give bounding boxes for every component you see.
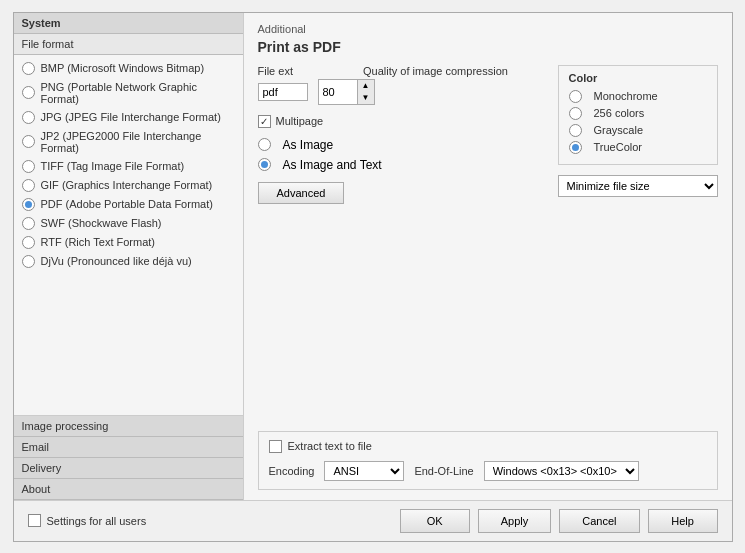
file-ext-input[interactable] bbox=[258, 83, 308, 101]
extract-section: Extract text to file Encoding ANSI UTF-8… bbox=[258, 431, 718, 490]
eol-label: End-Of-Line bbox=[414, 465, 473, 477]
left-content: File ext Quality of image compression ▲ … bbox=[258, 65, 542, 421]
radio-as-image[interactable] bbox=[258, 138, 271, 151]
input-row: ▲ ▼ bbox=[258, 79, 542, 105]
right-panel: Additional Print as PDF File ext Quality… bbox=[244, 13, 732, 500]
quality-label: Quality of image compression bbox=[363, 65, 508, 77]
quality-down-button[interactable]: ▼ bbox=[358, 92, 374, 104]
format-label-png: PNG (Portable Network Graphic Format) bbox=[41, 81, 235, 105]
format-item-png[interactable]: PNG (Portable Network Graphic Format) bbox=[14, 78, 243, 108]
cancel-button[interactable]: Cancel bbox=[559, 509, 639, 533]
color-label-grayscale: Grayscale bbox=[594, 124, 644, 136]
radio-jpg[interactable] bbox=[22, 111, 35, 124]
as-image-row: As Image bbox=[258, 138, 542, 152]
radio-tiff[interactable] bbox=[22, 160, 35, 173]
bottom-bar: Settings for all users OK Apply Cancel H… bbox=[14, 500, 732, 541]
format-label-gif: GIF (Graphics Interchange Format) bbox=[41, 179, 213, 191]
format-item-gif[interactable]: GIF (Graphics Interchange Format) bbox=[14, 176, 243, 195]
extract-label: Extract text to file bbox=[288, 440, 372, 452]
file-ext-label: File ext bbox=[258, 65, 293, 77]
sidebar-item-about[interactable]: About bbox=[14, 479, 243, 500]
format-item-jp2[interactable]: JP2 (JPEG2000 File Interchange Format) bbox=[14, 127, 243, 157]
ok-button[interactable]: OK bbox=[400, 509, 470, 533]
color-option-grayscale[interactable]: Grayscale bbox=[569, 124, 707, 137]
radio-truecolor[interactable] bbox=[569, 141, 582, 154]
multipage-checkbox[interactable] bbox=[258, 115, 271, 128]
format-label-rtf: RTF (Rich Text Format) bbox=[41, 236, 156, 248]
format-label-djvu: DjVu (Pronounced like déjà vu) bbox=[41, 255, 192, 267]
format-item-swf[interactable]: SWF (Shockwave Flash) bbox=[14, 214, 243, 233]
color-section: Color Monochrome 256 colors Grayscale bbox=[558, 65, 718, 165]
quality-group: ▲ ▼ bbox=[318, 79, 375, 105]
multipage-row: Multipage bbox=[258, 115, 542, 128]
format-label-jpg: JPG (JPEG File Interchange Format) bbox=[41, 111, 221, 123]
advanced-button[interactable]: Advanced bbox=[258, 182, 345, 204]
print-pdf-title: Print as PDF bbox=[258, 39, 718, 55]
minimize-dropdown[interactable]: Minimize file size Normal Best quality bbox=[558, 175, 718, 197]
sidebar-item-image-processing[interactable]: Image processing bbox=[14, 416, 243, 437]
format-item-rtf[interactable]: RTF (Rich Text Format) bbox=[14, 233, 243, 252]
settings-label: Settings for all users bbox=[47, 515, 147, 527]
radio-gif[interactable] bbox=[22, 179, 35, 192]
system-header: System bbox=[14, 13, 243, 34]
format-item-djvu[interactable]: DjVu (Pronounced like déjà vu) bbox=[14, 252, 243, 271]
format-item-pdf[interactable]: PDF (Adobe Portable Data Format) bbox=[14, 195, 243, 214]
radio-as-image-text[interactable] bbox=[258, 158, 271, 171]
main-dialog: System File format BMP (Microsoft Window… bbox=[13, 12, 733, 542]
format-label-jp2: JP2 (JPEG2000 File Interchange Format) bbox=[41, 130, 235, 154]
input-labels-row: File ext Quality of image compression bbox=[258, 65, 542, 77]
format-item-tiff[interactable]: TIFF (Tag Image File Format) bbox=[14, 157, 243, 176]
format-item-bmp[interactable]: BMP (Microsoft Windows Bitmap) bbox=[14, 59, 243, 78]
quality-up-button[interactable]: ▲ bbox=[358, 80, 374, 92]
right-content: Color Monochrome 256 colors Grayscale bbox=[558, 65, 718, 421]
radio-pdf[interactable] bbox=[22, 198, 35, 211]
multipage-label: Multipage bbox=[276, 115, 324, 127]
format-item-jpg[interactable]: JPG (JPEG File Interchange Format) bbox=[14, 108, 243, 127]
content-area: File ext Quality of image compression ▲ … bbox=[258, 65, 718, 421]
radio-256[interactable] bbox=[569, 107, 582, 120]
format-label-pdf: PDF (Adobe Portable Data Format) bbox=[41, 198, 213, 210]
radio-jp2[interactable] bbox=[22, 135, 35, 148]
format-label-bmp: BMP (Microsoft Windows Bitmap) bbox=[41, 62, 205, 74]
encoding-select[interactable]: ANSI UTF-8 bbox=[324, 461, 404, 481]
sidebar-item-email[interactable]: Email bbox=[14, 437, 243, 458]
color-option-truecolor[interactable]: TrueColor bbox=[569, 141, 707, 154]
color-label-256: 256 colors bbox=[594, 107, 645, 119]
file-format-header: File format bbox=[14, 34, 243, 55]
radio-djvu[interactable] bbox=[22, 255, 35, 268]
radio-rtf[interactable] bbox=[22, 236, 35, 249]
as-image-text-row: As Image and Text bbox=[258, 158, 542, 172]
format-label-swf: SWF (Shockwave Flash) bbox=[41, 217, 162, 229]
left-panel: System File format BMP (Microsoft Window… bbox=[14, 13, 244, 500]
encode-row: Encoding ANSI UTF-8 End-Of-Line Windows … bbox=[269, 461, 707, 481]
radio-bmp[interactable] bbox=[22, 62, 35, 75]
quality-spinner: ▲ ▼ bbox=[357, 80, 374, 104]
color-option-mono[interactable]: Monochrome bbox=[569, 90, 707, 103]
extract-row: Extract text to file bbox=[269, 440, 707, 453]
radio-png[interactable] bbox=[22, 86, 35, 99]
additional-label: Additional bbox=[258, 23, 718, 35]
help-button[interactable]: Help bbox=[648, 509, 718, 533]
encoding-label: Encoding bbox=[269, 465, 315, 477]
quality-input[interactable] bbox=[319, 84, 357, 100]
format-list: BMP (Microsoft Windows Bitmap) PNG (Port… bbox=[14, 55, 243, 415]
apply-button[interactable]: Apply bbox=[478, 509, 552, 533]
sidebar-item-delivery[interactable]: Delivery bbox=[14, 458, 243, 479]
extract-checkbox[interactable] bbox=[269, 440, 282, 453]
color-label-mono: Monochrome bbox=[594, 90, 658, 102]
radio-mono[interactable] bbox=[569, 90, 582, 103]
as-image-label: As Image bbox=[283, 138, 334, 152]
radio-swf[interactable] bbox=[22, 217, 35, 230]
format-label-tiff: TIFF (Tag Image File Format) bbox=[41, 160, 185, 172]
eol-select[interactable]: Windows <0x13> <0x10> Unix <0x10> bbox=[484, 461, 639, 481]
radio-grayscale[interactable] bbox=[569, 124, 582, 137]
settings-checkbox[interactable] bbox=[28, 514, 41, 527]
settings-row: Settings for all users bbox=[28, 514, 392, 527]
color-option-256[interactable]: 256 colors bbox=[569, 107, 707, 120]
bottom-section: Image processing Email Delivery About bbox=[14, 415, 243, 500]
as-image-text-label: As Image and Text bbox=[283, 158, 382, 172]
color-title: Color bbox=[569, 72, 707, 84]
color-label-truecolor: TrueColor bbox=[594, 141, 643, 153]
